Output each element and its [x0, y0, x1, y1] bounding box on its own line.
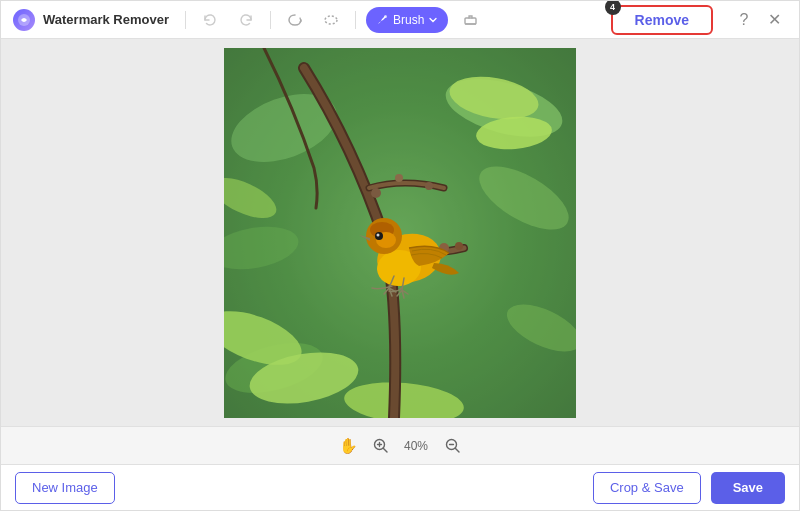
selection-button[interactable] [317, 6, 345, 34]
help-button[interactable]: ? [731, 7, 757, 33]
window-controls: ? ✕ [731, 7, 787, 33]
image-container [224, 48, 576, 418]
svg-point-19 [395, 174, 403, 182]
app-title: Watermark Remover [43, 12, 169, 27]
bottom-bar: New Image Crop & Save Save [1, 464, 799, 510]
svg-line-36 [455, 449, 459, 453]
brush-button[interactable]: Brush [366, 7, 448, 33]
svg-rect-3 [465, 18, 476, 24]
svg-point-1 [325, 16, 337, 24]
zoom-in-button[interactable] [369, 435, 391, 457]
close-button[interactable]: ✕ [761, 7, 787, 33]
bird-image [224, 48, 576, 418]
svg-point-18 [371, 188, 381, 198]
save-button[interactable]: Save [711, 472, 785, 504]
bottom-right-actions: Crop & Save Save [593, 472, 785, 504]
title-bar: Watermark Remover Brush [1, 1, 799, 39]
app-logo [13, 9, 35, 31]
brush-label: Brush [393, 13, 424, 27]
new-image-button[interactable]: New Image [15, 472, 115, 504]
canvas-area[interactable] [1, 39, 799, 426]
svg-point-2 [384, 15, 387, 18]
svg-point-29 [377, 233, 380, 236]
redo-button[interactable] [232, 6, 260, 34]
hand-icon: ✋ [339, 437, 358, 455]
svg-point-20 [425, 182, 433, 190]
lasso-button[interactable] [281, 6, 309, 34]
toolbar-separator-1 [185, 11, 186, 29]
crop-save-button[interactable]: Crop & Save [593, 472, 701, 504]
hand-tool-button[interactable]: ✋ [337, 435, 359, 457]
zoom-out-button[interactable] [441, 435, 463, 457]
notification-badge: 4 [605, 0, 621, 15]
remove-button[interactable]: Remove [611, 5, 713, 35]
svg-line-32 [383, 449, 387, 453]
svg-point-22 [455, 242, 463, 250]
undo-button[interactable] [196, 6, 224, 34]
remove-button-wrapper: 4 Remove [611, 5, 713, 35]
toolbar-separator-3 [355, 11, 356, 29]
toolbar-separator-2 [270, 11, 271, 29]
eraser-button[interactable] [456, 6, 484, 34]
zoom-level: 40% [401, 439, 431, 453]
zoom-bar: ✋ 40% [1, 426, 799, 464]
